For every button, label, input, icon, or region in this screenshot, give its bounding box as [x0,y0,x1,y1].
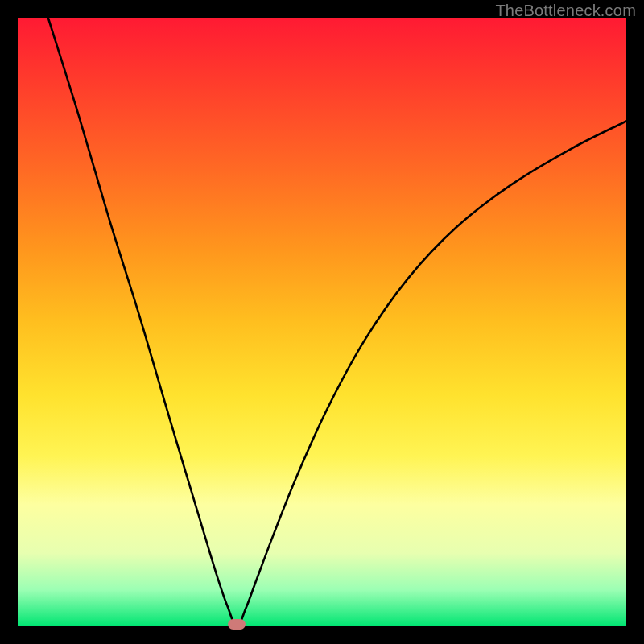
bottleneck-curve [18,18,626,626]
plot-area [18,18,626,626]
chart-frame: TheBottleneck.com [0,0,644,644]
minimum-marker [228,619,246,630]
attribution-text: TheBottleneck.com [495,2,636,20]
